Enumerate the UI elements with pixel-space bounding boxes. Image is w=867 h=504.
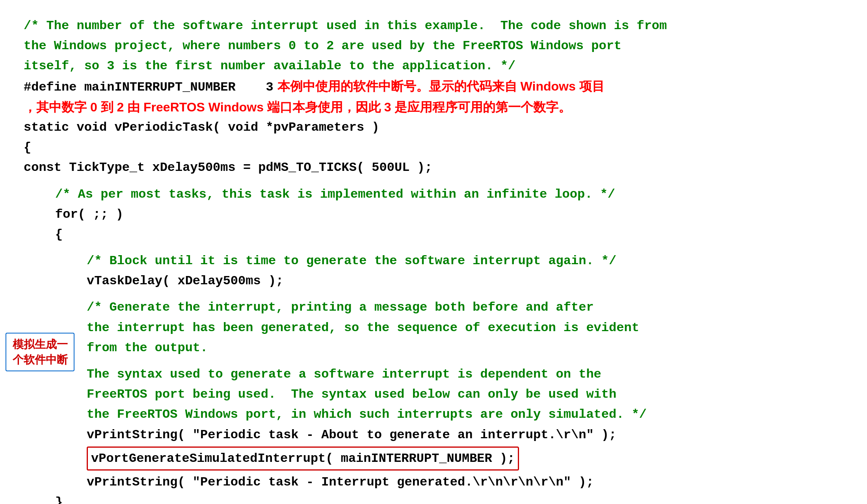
code-line-24-highlighted: vPortGenerateSimulatedInterrupt( mainINT…	[87, 447, 519, 471]
code-line-11: {	[24, 224, 843, 245]
chinese-comment-1: 本例中使用的软件中断号。显示的代码来自 Windows 项目	[277, 76, 605, 96]
code-line-18: from the output.	[24, 338, 843, 358]
code-line-13: /* Block until it is time to generate th…	[24, 251, 843, 271]
annotation-text: 模拟生成一个软件中断	[13, 338, 68, 366]
code-line-9: /* As per most tasks, this task is imple…	[24, 184, 843, 204]
code-line-26: }	[24, 492, 843, 504]
code-line-10: for( ;; )	[24, 204, 843, 224]
code-line-17: the interrupt has been generated, so the…	[24, 318, 843, 338]
code-line-23: vPrintString( "Periodic task - About to …	[24, 425, 843, 445]
annotation-box: 模拟生成一个软件中断	[6, 333, 74, 371]
code-line-7: const TickType_t xDelay500ms = pdMS_TO_T…	[24, 158, 843, 178]
code-line-2: the Windows project, where numbers 0 to …	[24, 36, 843, 56]
code-line-21: FreeRTOS port being used. The syntax use…	[24, 384, 843, 404]
code-line-25: vPrintString( "Periodic task - Interrupt…	[24, 472, 843, 492]
code-line-22: the FreeRTOS Windows port, in which such…	[24, 404, 843, 424]
code-line-5: static void vPeriodicTask( void *pvParam…	[24, 117, 843, 137]
code-line-20: The syntax used to generate a software i…	[24, 364, 843, 384]
code-line-1: /* The number of the software interrupt …	[24, 16, 843, 36]
code-line-6: {	[24, 137, 843, 158]
code-line-14: vTaskDelay( xDelay500ms );	[24, 271, 843, 291]
code-line-16: /* Generate the interrupt, printing a me…	[24, 297, 843, 317]
code-line-define: #define mainINTERRUPT_NUMBER 3	[24, 77, 273, 97]
code-container: /* The number of the software interrupt …	[0, 0, 867, 504]
chinese-comment-2: ，其中数字 0 到 2 由 FreeRTOS Windows 端口本身使用，因此…	[24, 100, 571, 114]
code-line-3: itself, so 3 is the first number availab…	[24, 56, 843, 76]
